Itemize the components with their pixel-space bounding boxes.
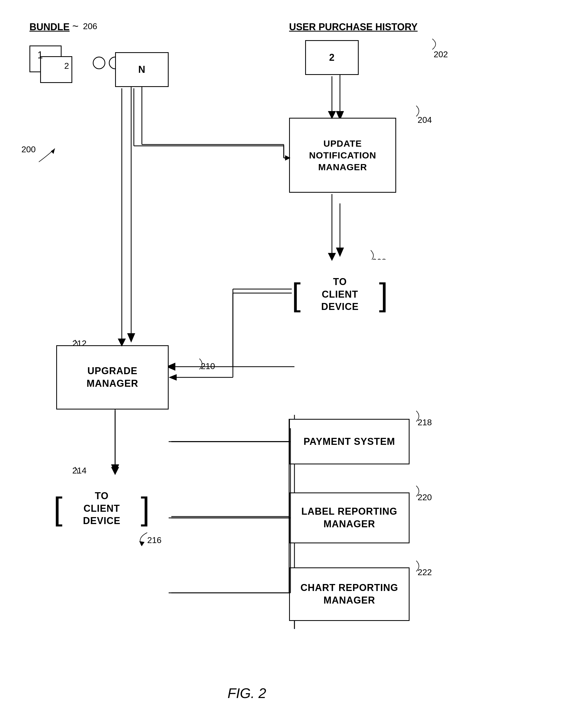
diagram-num: 200	[21, 145, 36, 154]
svg-marker-26	[139, 541, 145, 546]
to-client-device-1-box: TO CLIENT DEVICE	[292, 260, 388, 329]
item-2-box: 2	[305, 40, 359, 75]
svg-marker-14	[127, 333, 135, 343]
tcd2-arrow-icon	[131, 527, 153, 549]
svg-marker-8	[336, 248, 344, 257]
svg-marker-16	[111, 464, 119, 474]
uph-arrow-icon	[424, 36, 440, 52]
chart-reporting-manager-box: CHART REPORTING MANAGER	[289, 567, 410, 621]
bundle-num: 206	[83, 21, 97, 31]
bundle-label: BUNDLE	[29, 21, 70, 33]
lrm-curve-icon	[410, 484, 423, 498]
upgrade-manager-box: UPGRADE MANAGER	[56, 345, 169, 409]
fig-label: FIG. 2	[228, 685, 266, 701]
n-box: N	[115, 52, 169, 87]
payment-system-box: PAYMENT SYSTEM	[289, 419, 410, 464]
svg-marker-27	[51, 149, 55, 154]
bundle-icon-1: 1	[37, 50, 43, 61]
diagram-num-arrow-icon	[36, 146, 58, 167]
ps-curve-icon	[410, 409, 423, 423]
diagram: BUNDLE 206 ~ 1 2 N USER PURCHASE HISTORY…	[0, 0, 564, 728]
update-notification-manager-box: UPDATE NOTIFICATION MANAGER	[289, 118, 396, 193]
svg-point-23	[93, 57, 105, 69]
arrow210-curve-icon	[193, 357, 206, 371]
bundle-icon-2: 2	[64, 61, 69, 71]
label-reporting-manager-box: LABEL REPORTING MANAGER	[289, 492, 410, 543]
crm-curve-icon	[410, 559, 423, 573]
unm-curve-icon	[410, 104, 423, 118]
bundle-tilde: ~	[72, 20, 78, 32]
user-purchase-history-label: USER PURCHASE HISTORY	[289, 21, 418, 33]
svg-marker-40	[169, 374, 177, 381]
